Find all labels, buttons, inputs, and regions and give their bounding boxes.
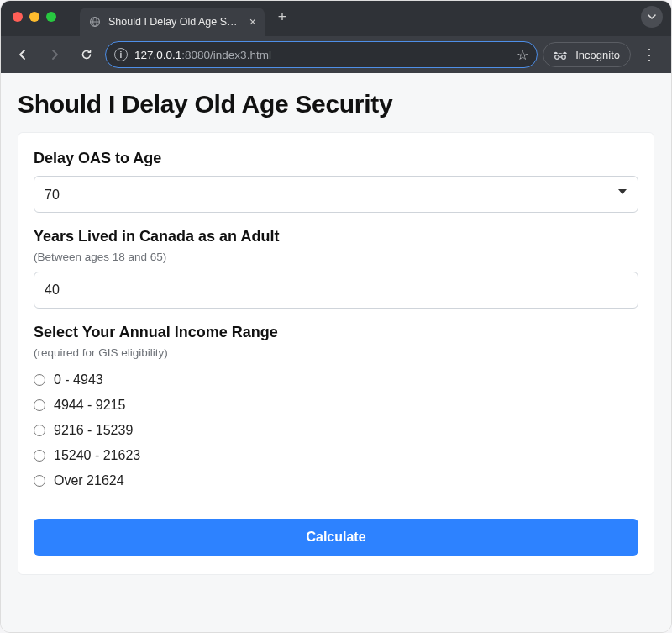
- income-range-sublabel: (required for GIS eligibility): [34, 346, 638, 359]
- reload-icon: [80, 48, 93, 61]
- site-info-icon[interactable]: i: [114, 48, 128, 61]
- incognito-label: Incognito: [575, 49, 620, 61]
- income-option-label: 9216 - 15239: [54, 423, 133, 438]
- income-option-label: 0 - 4943: [54, 372, 103, 388]
- browser-toolbar: i 127.0.0.1:8080/index3.html ☆ Incognito…: [1, 36, 671, 73]
- titlebar: Should I Delay Old Age Secur × +: [1, 1, 671, 36]
- field-income-range: Select Your Annual Income Range (require…: [34, 324, 638, 493]
- income-radio[interactable]: [34, 374, 45, 386]
- address-bar[interactable]: i 127.0.0.1:8080/index3.html ☆: [105, 41, 538, 68]
- arrow-left-icon: [16, 48, 29, 61]
- tab-list-button[interactable]: [641, 6, 663, 28]
- income-option-label: Over 21624: [54, 473, 124, 488]
- reload-button[interactable]: [73, 41, 100, 68]
- url-host: 127.0.0.1:8080/index3.html: [134, 49, 271, 61]
- income-option[interactable]: 0 - 4943: [34, 367, 638, 393]
- years-canada-label: Years Lived in Canada as an Adult: [34, 228, 638, 245]
- new-tab-button[interactable]: +: [271, 6, 293, 28]
- income-option[interactable]: Over 21624: [34, 468, 638, 493]
- years-canada-input[interactable]: [34, 272, 638, 309]
- form-card: Delay OAS to Age 70 Years Lived in Canad…: [18, 132, 654, 575]
- income-option[interactable]: 15240 - 21623: [34, 443, 638, 468]
- income-radio-list: 0 - 4943 4944 - 9215 9216 - 15239 15240 …: [34, 367, 638, 493]
- window-minimize-icon[interactable]: [29, 12, 39, 22]
- income-option[interactable]: 4944 - 9215: [34, 393, 638, 418]
- svg-point-4: [562, 55, 566, 60]
- incognito-icon: [552, 50, 569, 60]
- chevron-down-icon: [647, 12, 657, 22]
- svg-point-3: [555, 55, 559, 60]
- years-canada-sublabel: (Between ages 18 and 65): [34, 251, 638, 263]
- income-option-label: 15240 - 21623: [54, 448, 140, 463]
- income-radio[interactable]: [34, 425, 45, 436]
- back-button[interactable]: [9, 41, 36, 68]
- forward-button[interactable]: [41, 41, 68, 68]
- incognito-indicator[interactable]: Incognito: [543, 42, 631, 67]
- browser-chrome: Should I Delay Old Age Secur × + i 127.0…: [1, 1, 671, 73]
- income-radio[interactable]: [34, 475, 45, 487]
- window-controls: [13, 12, 56, 22]
- income-radio[interactable]: [34, 399, 45, 411]
- income-range-label: Select Your Annual Income Range: [34, 324, 638, 341]
- field-delay-oas: Delay OAS to Age 70: [34, 150, 638, 213]
- globe-icon: [88, 15, 102, 29]
- arrow-right-icon: [48, 48, 61, 61]
- income-option-label: 4944 - 9215: [54, 398, 125, 413]
- window-close-icon[interactable]: [13, 12, 23, 22]
- income-option[interactable]: 9216 - 15239: [34, 418, 638, 443]
- income-radio[interactable]: [34, 450, 45, 462]
- calculate-button[interactable]: Calculate: [34, 519, 638, 556]
- field-years-canada: Years Lived in Canada as an Adult (Betwe…: [34, 228, 638, 309]
- close-icon[interactable]: ×: [249, 15, 256, 29]
- delay-oas-select[interactable]: 70: [34, 176, 638, 213]
- bookmark-star-icon[interactable]: ☆: [517, 47, 528, 63]
- window-maximize-icon[interactable]: [46, 12, 56, 22]
- tab-title: Should I Delay Old Age Secur: [108, 16, 243, 28]
- page-title: Should I Delay Old Age Security: [18, 90, 654, 119]
- browser-tab[interactable]: Should I Delay Old Age Secur ×: [80, 8, 265, 36]
- delay-oas-label: Delay OAS to Age: [34, 150, 638, 167]
- page-viewport: Should I Delay Old Age Security Delay OA…: [1, 73, 671, 633]
- browser-menu-button[interactable]: ⋮: [636, 41, 663, 68]
